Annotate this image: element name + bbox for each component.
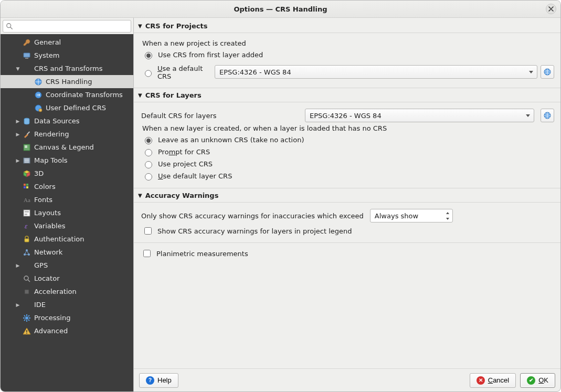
checkbox-input[interactable] <box>144 227 152 235</box>
sidebar-item-label: System <box>34 51 59 59</box>
check-planimetric[interactable]: Planimetric measurements <box>134 242 560 264</box>
svg-rect-39 <box>26 333 27 334</box>
select-crs-button[interactable] <box>541 65 554 79</box>
radio-use-first-layer[interactable]: Use CRS from first layer added <box>142 50 554 59</box>
sidebar-item-locator[interactable]: Locator <box>1 272 133 285</box>
svg-text:ε: ε <box>24 223 28 230</box>
sidebar-item-fonts[interactable]: AaFonts <box>1 193 133 206</box>
check-show-legend-warnings[interactable]: Show CRS accuracy warnings for layers in… <box>142 226 554 236</box>
svg-rect-28 <box>25 290 29 294</box>
sidebar-item-label: Fonts <box>34 196 52 204</box>
layer-crs-combo[interactable]: EPSG:4326 - WGS 84 <box>305 109 534 122</box>
svg-line-27 <box>28 280 30 282</box>
sidebar-item-label: Layouts <box>34 209 61 217</box>
sidebar-item-gps[interactable]: ▶GPS <box>1 259 133 272</box>
radio-prompt[interactable]: Prompt for CRS <box>142 147 554 156</box>
cancel-button[interactable]: ✕ Cancel <box>470 373 516 388</box>
select-crs-button[interactable] <box>541 109 554 122</box>
sidebar-item-label: Advanced <box>34 327 68 335</box>
svg-line-37 <box>24 320 25 321</box>
sidebar-item-label: Processing <box>34 314 70 322</box>
sidebar-item-layouts[interactable]: Layouts <box>1 206 133 219</box>
svg-rect-19 <box>25 211 29 213</box>
radio-input[interactable] <box>145 137 152 144</box>
blank-icon <box>23 301 31 309</box>
close-button[interactable] <box>546 4 556 14</box>
section-body-accuracy: Only show CRS accuracy warnings for inac… <box>134 203 560 242</box>
radio-input[interactable] <box>145 173 152 181</box>
sidebar-item-network[interactable]: Network <box>1 246 133 259</box>
sidebar-item-user-defined-crs[interactable]: User Defined CRS <box>1 101 133 114</box>
sidebar-item-label: CRS and Transforms <box>34 65 103 72</box>
svg-text:Aa: Aa <box>24 197 30 203</box>
search-input[interactable] <box>3 20 131 33</box>
spin-up-button[interactable] <box>444 210 451 215</box>
project-crs-combo[interactable]: EPSG:4326 - WGS 84 <box>215 65 537 79</box>
svg-rect-18 <box>24 210 30 216</box>
spin-down-button[interactable] <box>444 216 451 221</box>
variables-icon: ε <box>23 222 31 230</box>
sidebar-item-rendering[interactable]: ▶Rendering <box>1 128 133 141</box>
sidebar-item-colors[interactable]: Colors <box>1 180 133 193</box>
radio-leave-unknown[interactable]: Leave as an unknown CRS (take no action) <box>142 135 554 144</box>
svg-rect-14 <box>26 184 28 186</box>
crs-icon <box>23 65 31 73</box>
sidebar-item-advanced[interactable]: Advanced <box>1 324 133 337</box>
sidebar-item-processing[interactable]: Processing <box>1 311 133 324</box>
svg-point-26 <box>24 276 28 280</box>
help-icon: ? <box>146 376 154 385</box>
accuracy-threshold-spinbox[interactable]: Always show <box>370 209 453 223</box>
sidebar-item-canvas-legend[interactable]: Canvas & Legend <box>1 141 133 154</box>
svg-line-36 <box>28 315 29 316</box>
sidebar-item-label: Network <box>34 248 62 256</box>
sidebar-item-variables[interactable]: εVariables <box>1 219 133 232</box>
svg-rect-11 <box>25 145 27 148</box>
expand-icon: ▶ <box>14 158 22 163</box>
gear-icon <box>23 314 31 322</box>
category-tree[interactable]: GeneralSystem▼CRS and TransformsCRS Hand… <box>1 34 133 391</box>
radio-label: Use default layer CRS <box>158 172 232 180</box>
radio-input[interactable] <box>145 70 152 77</box>
radio-input[interactable] <box>145 161 152 168</box>
help-button[interactable]: ? Help <box>139 373 178 388</box>
collapse-icon: ▼ <box>138 23 142 29</box>
globe-icon <box>543 111 552 120</box>
collapse-icon: ▼ <box>138 92 142 98</box>
section-head-accuracy[interactable]: ▼ Accuracy Warnings <box>134 188 560 203</box>
radio-use-default-layer-crs[interactable]: Use default layer CRS <box>142 172 554 181</box>
sidebar-item-system[interactable]: System <box>1 49 133 62</box>
spin-value: Always show <box>375 212 418 220</box>
sidebar-item-acceleration[interactable]: Acceleration <box>1 285 133 298</box>
cancel-icon: ✕ <box>477 376 485 385</box>
sidebar-item-3d[interactable]: 3D <box>1 167 133 180</box>
sidebar-item-map-tools[interactable]: ▶Map Tools <box>1 154 133 167</box>
sidebar-item-crs-handling[interactable]: CRS Handling <box>1 75 133 88</box>
section-head-projects[interactable]: ▼ CRS for Projects <box>134 18 560 33</box>
lock-icon <box>23 235 31 243</box>
radio-input[interactable] <box>145 149 152 156</box>
canvas-icon <box>23 143 31 152</box>
checkbox-input[interactable] <box>143 250 151 257</box>
sidebar-item-crs-and-transforms[interactable]: ▼CRS and Transforms <box>1 62 133 75</box>
sidebar-item-authentication[interactable]: Authentication <box>1 232 133 246</box>
radio-use-project-crs[interactable]: Use project CRS <box>142 160 554 168</box>
section-head-layers[interactable]: ▼ CRS for Layers <box>134 88 560 102</box>
radio-input[interactable] <box>145 52 152 59</box>
svg-point-29 <box>25 316 28 320</box>
options-dialog: Options — CRS Handling GeneralSystem▼CRS… <box>0 0 561 392</box>
expand-icon: ▶ <box>14 119 22 124</box>
sidebar-item-ide[interactable]: ▶IDE <box>1 298 133 311</box>
sidebar-item-data-sources[interactable]: ▶Data Sources <box>1 114 133 128</box>
ok-button[interactable]: ✔ OK <box>520 373 555 388</box>
svg-rect-20 <box>25 214 27 215</box>
fonts-icon: Aa <box>23 196 31 204</box>
radio-label: Use CRS from first layer added <box>158 51 263 59</box>
blank-icon <box>23 261 31 270</box>
radio-use-default-crs[interactable]: Use a default CRS <box>142 65 211 80</box>
section-body-layers: Default CRS for layers EPSG:4326 - WGS 8… <box>134 102 560 188</box>
globe-user-icon <box>34 104 43 112</box>
titlebar: Options — CRS Handling <box>1 1 560 18</box>
sidebar-item-label: Map Tools <box>34 156 68 164</box>
sidebar-item-coordinate-transforms[interactable]: Coordinate Transforms <box>1 88 133 101</box>
sidebar-item-general[interactable]: General <box>1 36 133 49</box>
